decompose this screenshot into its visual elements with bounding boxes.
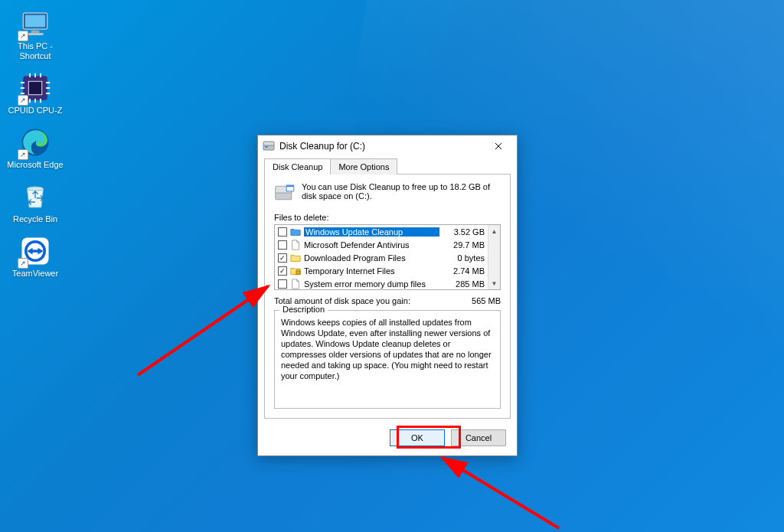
file-name: Microsoft Defender Antivirus bbox=[304, 240, 439, 250]
close-icon bbox=[495, 142, 502, 150]
svg-rect-24 bbox=[263, 142, 274, 145]
file-list-row[interactable]: ✓Downloaded Program Files0 bytes bbox=[275, 251, 488, 264]
file-checkbox[interactable]: ✓ bbox=[278, 253, 287, 263]
desktop-icons: ↗ This PC - Shortcut ↗ CPUID CPU-Z ↗ Mic… bbox=[6, 8, 75, 289]
svg-rect-2 bbox=[31, 31, 40, 34]
file-row-icon bbox=[290, 227, 301, 237]
cancel-button[interactable]: Cancel bbox=[451, 429, 506, 446]
intro-text: You can use Disk Cleanup to free up to 1… bbox=[302, 182, 501, 204]
disk-cleanup-dialog: Disk Cleanup for (C:) Disk Cleanup More … bbox=[257, 135, 518, 456]
file-name: Temporary Internet Files bbox=[304, 266, 439, 276]
file-size: 0 bytes bbox=[443, 253, 485, 263]
tab-disk-cleanup[interactable]: Disk Cleanup bbox=[264, 158, 330, 175]
titlebar[interactable]: Disk Cleanup for (C:) bbox=[258, 135, 517, 157]
description-group: Description Windows keeps copies of all … bbox=[274, 310, 501, 409]
annotation-arrow-bottom bbox=[429, 452, 567, 532]
scroll-up-button[interactable]: ▲ bbox=[488, 225, 500, 237]
file-row-icon bbox=[290, 240, 301, 250]
file-checkbox[interactable] bbox=[278, 279, 287, 289]
desktop-icon-teamviewer[interactable]: ↗ TeamViewer bbox=[6, 235, 64, 279]
desktop-icon-edge[interactable]: ↗ Microsoft Edge bbox=[6, 126, 64, 170]
desktop-icon-this-pc[interactable]: ↗ This PC - Shortcut bbox=[6, 8, 64, 61]
svg-rect-31 bbox=[296, 271, 300, 274]
scroll-down-button[interactable]: ▼ bbox=[488, 277, 500, 289]
shortcut-arrow-icon: ↗ bbox=[18, 149, 28, 160]
dialog-buttons: OK Cancel bbox=[258, 425, 517, 455]
shortcut-arrow-icon: ↗ bbox=[18, 258, 28, 269]
file-list-row[interactable]: Windows Update Cleanup3.52 GB bbox=[275, 225, 488, 238]
shortcut-arrow-icon: ↗ bbox=[18, 95, 28, 106]
file-row-icon bbox=[290, 253, 301, 263]
desktop-icon-cpuz[interactable]: ↗ CPUID CPU-Z bbox=[6, 72, 64, 116]
svg-line-33 bbox=[443, 458, 559, 528]
file-name: Windows Update Cleanup bbox=[304, 227, 439, 237]
file-size: 29.7 MB bbox=[443, 240, 485, 250]
file-size: 3.52 GB bbox=[443, 227, 485, 237]
desktop-icon-label: CPUID CPU-Z bbox=[8, 106, 63, 116]
file-row-icon bbox=[290, 279, 301, 289]
drive-icon bbox=[274, 182, 296, 204]
desktop-icon-label: Microsoft Edge bbox=[7, 160, 63, 170]
file-list-row[interactable]: System error memory dump files285 MB bbox=[275, 277, 488, 289]
svg-rect-1 bbox=[25, 15, 45, 28]
dialog-title: Disk Cleanup for (C:) bbox=[279, 141, 485, 152]
disk-cleanup-icon bbox=[263, 140, 275, 152]
file-list-row[interactable]: Microsoft Defender Antivirus29.7 MB bbox=[275, 238, 488, 251]
file-size: 285 MB bbox=[443, 279, 485, 289]
description-label: Description bbox=[279, 305, 328, 314]
files-to-delete-label: Files to delete: bbox=[274, 213, 501, 222]
svg-rect-30 bbox=[287, 185, 294, 187]
svg-point-19 bbox=[28, 187, 44, 191]
desktop-icon-label: This PC - Shortcut bbox=[6, 41, 64, 61]
desktop-icon-label: TeamViewer bbox=[12, 269, 58, 279]
file-checkbox[interactable] bbox=[278, 227, 287, 237]
tab-bar: Disk Cleanup More Options bbox=[258, 157, 517, 175]
svg-rect-5 bbox=[28, 81, 42, 95]
ok-button[interactable]: OK bbox=[390, 429, 445, 446]
shortcut-arrow-icon: ↗ bbox=[18, 31, 28, 41]
file-name: System error memory dump files bbox=[304, 279, 439, 289]
file-size: 2.74 MB bbox=[443, 266, 485, 276]
svg-line-32 bbox=[138, 286, 268, 375]
file-name: Downloaded Program Files bbox=[304, 253, 439, 263]
desktop-icon-recycle-bin[interactable]: Recycle Bin bbox=[6, 181, 64, 224]
svg-rect-25 bbox=[265, 146, 268, 148]
scrollbar[interactable]: ▲ ▼ bbox=[488, 225, 500, 289]
file-list-row[interactable]: ✓Temporary Internet Files2.74 MB bbox=[275, 264, 488, 277]
tab-more-options[interactable]: More Options bbox=[330, 158, 397, 175]
total-value: 565 MB bbox=[472, 296, 501, 305]
desktop-icon-label: Recycle Bin bbox=[13, 214, 57, 224]
files-list: Windows Update Cleanup3.52 GBMicrosoft D… bbox=[274, 224, 501, 290]
file-checkbox[interactable]: ✓ bbox=[278, 266, 287, 276]
svg-rect-3 bbox=[28, 33, 44, 35]
file-row-icon bbox=[290, 266, 301, 276]
description-text: Windows keeps copies of all installed up… bbox=[281, 317, 494, 381]
file-checkbox[interactable] bbox=[278, 240, 287, 250]
tab-content: You can use Disk Cleanup to free up to 1… bbox=[264, 175, 511, 419]
close-button[interactable] bbox=[485, 138, 512, 155]
